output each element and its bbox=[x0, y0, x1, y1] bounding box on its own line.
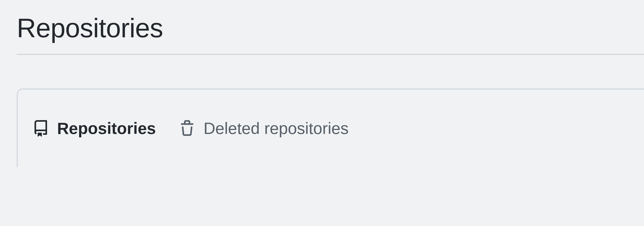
tab-deleted-repositories-label: Deleted repositories bbox=[204, 119, 348, 138]
repo-icon bbox=[32, 120, 49, 137]
trash-icon bbox=[179, 120, 196, 137]
tab-repositories[interactable]: Repositories bbox=[32, 119, 156, 138]
repositories-panel: Repositories Deleted repositories bbox=[17, 88, 644, 167]
section-divider bbox=[17, 54, 644, 55]
tab-repositories-label: Repositories bbox=[57, 119, 156, 138]
tab-deleted-repositories[interactable]: Deleted repositories bbox=[179, 119, 348, 138]
tab-bar: Repositories Deleted repositories bbox=[32, 119, 644, 138]
page-container: Repositories Repositories Deleted reposi… bbox=[0, 0, 644, 167]
page-title: Repositories bbox=[17, 13, 644, 54]
